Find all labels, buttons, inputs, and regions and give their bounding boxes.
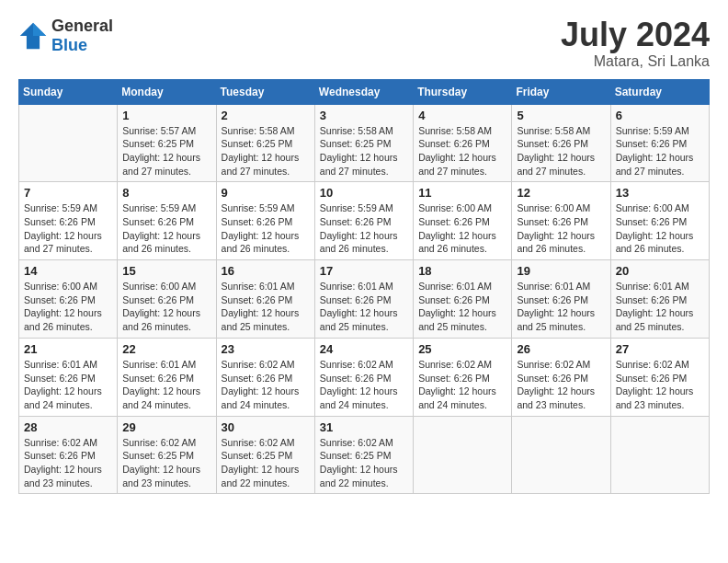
day-info: Sunrise: 6:01 AM Sunset: 6:26 PM Dayligh… [418, 280, 506, 334]
day-info: Sunrise: 6:00 AM Sunset: 6:26 PM Dayligh… [24, 280, 112, 334]
day-number: 12 [517, 186, 605, 200]
day-info: Sunrise: 6:02 AM Sunset: 6:25 PM Dayligh… [222, 436, 310, 490]
logo-icon [18, 21, 48, 51]
calendar-cell: 4Sunrise: 5:58 AM Sunset: 6:26 PM Daylig… [414, 104, 512, 182]
day-number: 1 [122, 109, 210, 122]
day-number: 3 [320, 109, 408, 122]
day-info: Sunrise: 6:02 AM Sunset: 6:26 PM Dayligh… [222, 358, 310, 412]
calendar-cell: 15Sunrise: 6:00 AM Sunset: 6:26 PM Dayli… [118, 260, 216, 339]
header-row: SundayMondayTuesdayWednesdayThursdayFrid… [19, 79, 710, 104]
day-info: Sunrise: 5:58 AM Sunset: 6:26 PM Dayligh… [418, 124, 506, 178]
day-info: Sunrise: 5:58 AM Sunset: 6:26 PM Dayligh… [517, 124, 605, 178]
day-number: 27 [616, 342, 704, 356]
day-info: Sunrise: 6:01 AM Sunset: 6:26 PM Dayligh… [122, 358, 210, 412]
calendar-cell: 13Sunrise: 6:00 AM Sunset: 6:26 PM Dayli… [610, 182, 709, 260]
calendar-cell: 5Sunrise: 5:58 AM Sunset: 6:26 PM Daylig… [512, 104, 610, 182]
logo-text: General Blue [51, 17, 113, 55]
day-number: 22 [122, 342, 210, 356]
calendar-cell: 16Sunrise: 6:01 AM Sunset: 6:26 PM Dayli… [216, 260, 314, 339]
day-info: Sunrise: 6:00 AM Sunset: 6:26 PM Dayligh… [616, 201, 704, 256]
day-number: 6 [616, 109, 704, 122]
day-number: 11 [418, 186, 506, 200]
day-number: 14 [24, 264, 112, 278]
calendar-cell: 7Sunrise: 5:59 AM Sunset: 6:26 PM Daylig… [19, 182, 118, 260]
calendar-cell [610, 416, 709, 494]
day-number: 15 [122, 264, 210, 278]
day-info: Sunrise: 5:59 AM Sunset: 6:26 PM Dayligh… [122, 201, 210, 256]
calendar-cell: 18Sunrise: 6:01 AM Sunset: 6:26 PM Dayli… [414, 260, 512, 339]
week-row-1: 7Sunrise: 5:59 AM Sunset: 6:26 PM Daylig… [19, 182, 710, 260]
logo: General Blue [18, 17, 113, 55]
calendar-cell: 1Sunrise: 5:57 AM Sunset: 6:25 PM Daylig… [118, 104, 216, 182]
day-number: 24 [320, 342, 408, 356]
calendar-cell: 22Sunrise: 6:01 AM Sunset: 6:26 PM Dayli… [118, 338, 216, 416]
week-row-3: 21Sunrise: 6:01 AM Sunset: 6:26 PM Dayli… [19, 338, 710, 416]
day-number: 17 [320, 264, 408, 278]
day-number: 13 [616, 186, 704, 200]
col-header-thursday: Thursday [414, 79, 512, 104]
col-header-tuesday: Tuesday [216, 79, 314, 104]
day-number: 16 [222, 264, 310, 278]
calendar-table: SundayMondayTuesdayWednesdayThursdayFrid… [18, 79, 710, 495]
day-number: 30 [222, 420, 310, 434]
day-info: Sunrise: 5:57 AM Sunset: 6:25 PM Dayligh… [122, 124, 210, 178]
calendar-cell [512, 416, 610, 494]
day-info: Sunrise: 6:01 AM Sunset: 6:26 PM Dayligh… [320, 280, 408, 334]
calendar-cell: 21Sunrise: 6:01 AM Sunset: 6:26 PM Dayli… [19, 338, 118, 416]
day-info: Sunrise: 6:01 AM Sunset: 6:26 PM Dayligh… [222, 280, 310, 334]
calendar-cell: 17Sunrise: 6:01 AM Sunset: 6:26 PM Dayli… [314, 260, 413, 339]
calendar-cell: 14Sunrise: 6:00 AM Sunset: 6:26 PM Dayli… [19, 260, 118, 339]
calendar-cell: 12Sunrise: 6:00 AM Sunset: 6:26 PM Dayli… [512, 182, 610, 260]
calendar-cell: 26Sunrise: 6:02 AM Sunset: 6:26 PM Dayli… [512, 338, 610, 416]
day-info: Sunrise: 6:02 AM Sunset: 6:25 PM Dayligh… [320, 436, 408, 490]
day-number: 18 [418, 264, 506, 278]
calendar-cell: 30Sunrise: 6:02 AM Sunset: 6:25 PM Dayli… [216, 416, 314, 494]
header: General Blue July 2024 Matara, Sri Lanka [18, 17, 710, 70]
col-header-sunday: Sunday [19, 79, 118, 104]
day-info: Sunrise: 6:02 AM Sunset: 6:26 PM Dayligh… [616, 358, 704, 412]
logo-blue: Blue [51, 36, 87, 54]
calendar-cell: 19Sunrise: 6:01 AM Sunset: 6:26 PM Dayli… [512, 260, 610, 339]
day-info: Sunrise: 5:59 AM Sunset: 6:26 PM Dayligh… [616, 124, 704, 178]
day-number: 9 [222, 186, 310, 200]
day-info: Sunrise: 6:01 AM Sunset: 6:26 PM Dayligh… [24, 358, 112, 412]
week-row-2: 14Sunrise: 6:00 AM Sunset: 6:26 PM Dayli… [19, 260, 710, 339]
day-info: Sunrise: 6:01 AM Sunset: 6:26 PM Dayligh… [517, 280, 605, 334]
day-info: Sunrise: 6:00 AM Sunset: 6:26 PM Dayligh… [517, 201, 605, 256]
calendar-cell: 2Sunrise: 5:58 AM Sunset: 6:25 PM Daylig… [216, 104, 314, 182]
calendar-cell: 25Sunrise: 6:02 AM Sunset: 6:26 PM Dayli… [414, 338, 512, 416]
calendar-cell: 8Sunrise: 5:59 AM Sunset: 6:26 PM Daylig… [118, 182, 216, 260]
day-info: Sunrise: 5:58 AM Sunset: 6:25 PM Dayligh… [320, 124, 408, 178]
day-info: Sunrise: 5:58 AM Sunset: 6:25 PM Dayligh… [222, 124, 310, 178]
calendar-cell: 29Sunrise: 6:02 AM Sunset: 6:25 PM Dayli… [118, 416, 216, 494]
calendar-cell: 24Sunrise: 6:02 AM Sunset: 6:26 PM Dayli… [314, 338, 413, 416]
day-number: 31 [320, 420, 408, 434]
calendar-cell: 6Sunrise: 5:59 AM Sunset: 6:26 PM Daylig… [610, 104, 709, 182]
calendar-cell: 28Sunrise: 6:02 AM Sunset: 6:26 PM Dayli… [19, 416, 118, 494]
day-info: Sunrise: 6:02 AM Sunset: 6:25 PM Dayligh… [122, 436, 210, 490]
day-info: Sunrise: 6:02 AM Sunset: 6:26 PM Dayligh… [517, 358, 605, 412]
col-header-monday: Monday [118, 79, 216, 104]
day-number: 19 [517, 264, 605, 278]
day-info: Sunrise: 5:59 AM Sunset: 6:26 PM Dayligh… [222, 201, 310, 256]
calendar-cell: 11Sunrise: 6:00 AM Sunset: 6:26 PM Dayli… [414, 182, 512, 260]
day-info: Sunrise: 6:01 AM Sunset: 6:26 PM Dayligh… [616, 280, 704, 334]
day-number: 10 [320, 186, 408, 200]
day-info: Sunrise: 5:59 AM Sunset: 6:26 PM Dayligh… [320, 201, 408, 256]
day-info: Sunrise: 5:59 AM Sunset: 6:26 PM Dayligh… [24, 201, 112, 256]
day-number: 25 [418, 342, 506, 356]
week-row-4: 28Sunrise: 6:02 AM Sunset: 6:26 PM Dayli… [19, 416, 710, 494]
day-number: 5 [517, 109, 605, 122]
logo-general: General [51, 17, 113, 35]
day-number: 7 [24, 186, 112, 200]
day-info: Sunrise: 6:02 AM Sunset: 6:26 PM Dayligh… [320, 358, 408, 412]
day-number: 20 [616, 264, 704, 278]
calendar-cell: 20Sunrise: 6:01 AM Sunset: 6:26 PM Dayli… [610, 260, 709, 339]
calendar-cell: 9Sunrise: 5:59 AM Sunset: 6:26 PM Daylig… [216, 182, 314, 260]
col-header-friday: Friday [512, 79, 610, 104]
col-header-saturday: Saturday [610, 79, 709, 104]
day-number: 23 [222, 342, 310, 356]
page: General Blue July 2024 Matara, Sri Lanka… [0, 0, 728, 503]
day-number: 8 [122, 186, 210, 200]
day-info: Sunrise: 6:02 AM Sunset: 6:26 PM Dayligh… [24, 436, 112, 490]
